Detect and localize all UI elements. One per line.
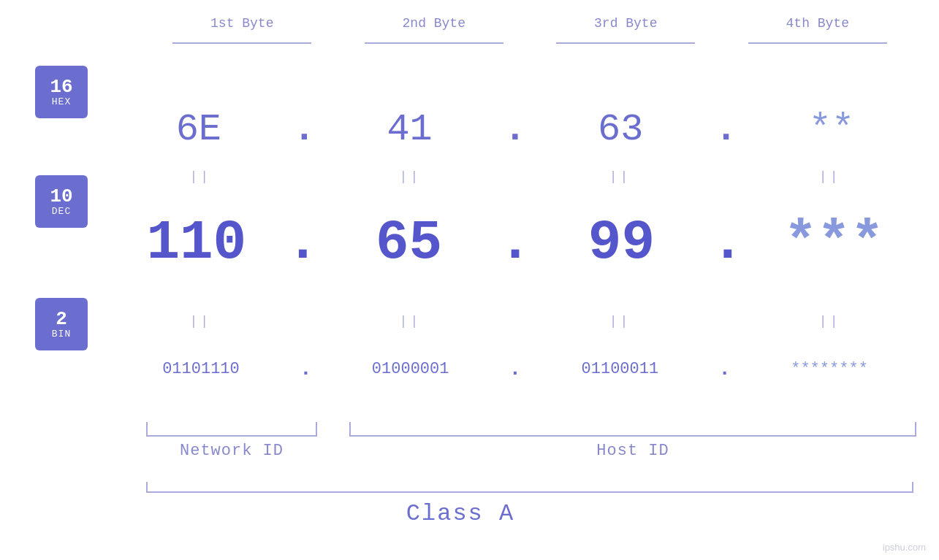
main-container: 1st Byte 2nd Byte 3rd Byte 4th Byte 16 H… bbox=[0, 0, 939, 560]
class-label: Class A bbox=[0, 500, 921, 527]
dec-val-2: 65 bbox=[325, 212, 493, 275]
dot-bin-2: . bbox=[509, 358, 522, 380]
class-bracket bbox=[146, 482, 913, 493]
bracket-byte2 bbox=[365, 42, 503, 44]
bin-val-2: 01000001 bbox=[327, 360, 495, 378]
eq1-4: || bbox=[746, 169, 914, 184]
header-byte3: 3rd Byte bbox=[538, 16, 713, 31]
hex-val-2: 41 bbox=[326, 108, 494, 151]
dec-val-1: 110 bbox=[113, 212, 281, 275]
host-bracket bbox=[349, 422, 916, 437]
header-byte4: 4th Byte bbox=[730, 16, 905, 31]
network-bracket bbox=[146, 422, 317, 437]
dot-dec-3: . bbox=[711, 212, 745, 275]
equals-row-2: || || || || bbox=[110, 314, 921, 329]
column-headers: 1st Byte 2nd Byte 3rd Byte 4th Byte bbox=[146, 16, 913, 31]
bin-val-1: 01101110 bbox=[117, 360, 285, 378]
bin-badge: 2 BIN bbox=[35, 298, 88, 350]
equals-row-1: || || || || bbox=[110, 169, 921, 184]
bin-val-4: ******** bbox=[745, 360, 913, 378]
header-byte2: 2nd Byte bbox=[346, 16, 522, 31]
dot-hex-3: . bbox=[715, 108, 737, 151]
dec-val-4: *** bbox=[750, 212, 918, 275]
bin-val-3: 01100011 bbox=[536, 360, 704, 378]
bracket-byte1 bbox=[172, 42, 311, 44]
dot-bin-3: . bbox=[718, 358, 731, 380]
eq1-1: || bbox=[116, 169, 284, 184]
dot-hex-1: . bbox=[293, 108, 316, 151]
host-id-label: Host ID bbox=[349, 442, 916, 460]
eq2-4: || bbox=[746, 314, 914, 329]
eq2-2: || bbox=[326, 314, 494, 329]
hex-row: 6E . 41 . 63 . ** bbox=[110, 108, 921, 151]
hex-val-1: 6E bbox=[115, 108, 283, 151]
dot-dec-2: . bbox=[498, 212, 532, 275]
eq2-3: || bbox=[536, 314, 704, 329]
dot-bin-1: . bbox=[300, 358, 312, 380]
bracket-byte4 bbox=[748, 42, 887, 44]
hex-val-3: 63 bbox=[536, 108, 704, 151]
eq2-1: || bbox=[116, 314, 284, 329]
eq1-2: || bbox=[326, 169, 494, 184]
top-bracket-lines bbox=[146, 42, 913, 44]
hex-val-4: ** bbox=[748, 108, 916, 151]
hex-badge: 16 HEX bbox=[35, 66, 88, 118]
dec-val-3: 99 bbox=[537, 212, 705, 275]
bin-row: 01101110 . 01000001 . 01100011 . *******… bbox=[110, 358, 921, 380]
network-id-label: Network ID bbox=[146, 442, 317, 460]
bracket-byte3 bbox=[556, 42, 695, 44]
dot-hex-2: . bbox=[503, 108, 526, 151]
dot-dec-1: . bbox=[286, 212, 319, 275]
eq1-3: || bbox=[536, 169, 704, 184]
dec-badge: 10 DEC bbox=[35, 175, 88, 228]
dec-row: 110 . 65 . 99 . *** bbox=[110, 212, 921, 275]
header-byte1: 1st Byte bbox=[154, 16, 330, 31]
watermark: ipshu.com bbox=[883, 542, 926, 553]
